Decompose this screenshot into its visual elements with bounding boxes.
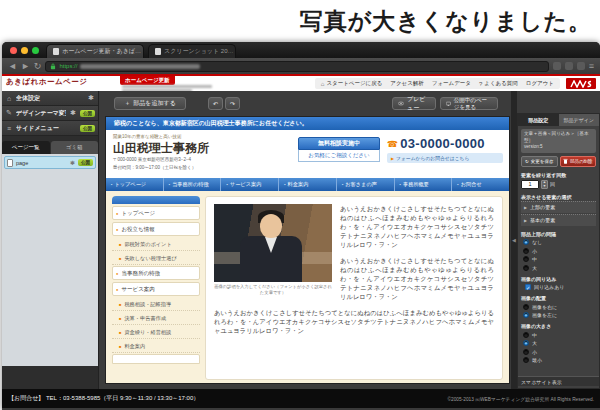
contact-form-link[interactable]: ▶ フォームからのお問合せはこちら [387,153,503,163]
radio-size-small[interactable]: 小 [521,349,596,355]
menu-item-logout[interactable]: ログアウト [526,80,554,87]
nav-item[interactable]: ▪お客さまの声 [336,178,394,191]
published-badge: 公開 [80,125,95,132]
cms-header: あきばれホームページ Akibare Homepageサンプル・動作確認用 ホー… [2,74,600,91]
radio-image-left[interactable]: 画像を左に [521,312,596,318]
close-window-button[interactable] [10,47,17,54]
menu-subitem[interactable]: ■税務相談・記帳指導 [112,298,200,311]
trash-icon [563,158,568,164]
cms-mode-tab[interactable]: ホームページ更新 [120,76,175,85]
browser-tab-inactive[interactable]: スクリーンショット 20… [148,44,236,58]
browser-tab-active[interactable]: ホームページ更新・あきば… [46,44,144,58]
gear-icon[interactable]: ✱ [87,94,95,102]
url-field[interactable]: https:// [45,61,548,72]
size-label: 画像の大きさ [521,323,596,329]
menu-item[interactable]: ●当事務所の特徴 [112,266,200,280]
stepper-arrows[interactable]: ▲▼ [541,180,548,189]
radio-spacing-medium[interactable]: 中 [521,256,596,262]
gear-icon[interactable]: ✱ [70,159,75,166]
wrap-label: 画像の回り込み [521,276,596,282]
forward-button[interactable]: ► [21,62,30,71]
element-row-top[interactable]: ▶ 上部の要素 [521,201,596,213]
reload-button[interactable]: ↻ [34,62,42,71]
site-hours: 受付時間：9:00〜17:00（土日祝を除く） [113,165,196,170]
menu-item-start[interactable]: ⌂スタートページに戻る [321,80,383,87]
eye-icon [398,101,404,106]
radio-size-medium[interactable]: 中 [521,332,596,338]
undo-icon: ↶ [213,100,218,107]
site-address: 〒000-0000 東京都新宿区西新宿3−2−4 [113,157,191,162]
gear-icon[interactable]: ✱ [69,109,77,117]
browser-extension-icon[interactable] [565,62,573,70]
monitor-icon [446,101,451,107]
minimize-window-button[interactable] [21,47,28,54]
company-logo [566,78,596,89]
menu-subitem[interactable]: ■資金繰り・経営相談 [112,326,200,339]
site-main-article[interactable]: 画像の説明を入力してください（フォントが小さく設定された文章です） あいうえおか… [205,196,503,380]
tab-part-settings[interactable]: 部品設定 [518,114,559,126]
pencil-icon: ✎ [5,109,13,117]
preview-button[interactable]: プレビュー [392,97,436,110]
browser-extension-icon[interactable] [577,62,585,70]
page-list-item-selected[interactable]: page ✱ 公開 [4,156,96,169]
menu-item-faq[interactable]: ?よくある質問 [479,80,518,87]
browser-addressbar: ◄ ► ↻ https:// ≡ [2,58,600,74]
menu-item-partial [112,354,200,364]
published-badge: 公開 [80,110,95,117]
tab-trash[interactable]: ゴミ箱 [51,141,99,154]
tab-part-design[interactable]: 部品デザイン [559,114,600,126]
menu-item[interactable]: ●お役立ち情報 [112,222,200,236]
menu-subitem[interactable]: ■節税対策のポイント [112,238,200,251]
radio-spacing-large[interactable]: 大 [521,265,596,271]
undo-button[interactable]: ↶ [208,97,223,110]
nav-item[interactable]: ▪料金案内 [278,178,336,191]
delete-part-button[interactable]: 部品の削除 [560,156,597,167]
add-part-button[interactable]: ＋ 部品を追加する [114,97,186,110]
menu-item[interactable]: ●サービス案内 [112,282,200,296]
radio-spacing-none[interactable]: なし [521,239,596,245]
menu-item-formdata[interactable]: フォームデータ [432,80,471,87]
element-row-base[interactable]: ▶ 基本の要素 [521,214,596,226]
radio-dot [523,340,529,346]
browser-menu-icon[interactable]: ≡ [589,62,594,71]
page-icon [7,159,13,167]
spacing-label: 部品上部の間隔 [521,231,596,237]
nav-item[interactable]: ▪お問合せ [451,178,509,191]
menu-subitem[interactable]: ■決算・申告書作成 [112,312,200,325]
question-icon: ? [479,81,482,87]
radio-size-smallest[interactable]: 最小 [521,357,596,363]
tab-title: ホームページ更新・あきば… [62,47,141,56]
save-part-button[interactable]: ↻ 変更を保存 [521,156,558,167]
nav-item[interactable]: ▪トップページ [106,178,163,191]
back-button[interactable]: ◄ [8,62,17,71]
repeat-count-input[interactable]: 1 [521,180,539,189]
radio-size-large[interactable]: 大 [521,340,596,346]
arrow-right-icon: ▶ [524,218,527,223]
left-sidebar: ⌂ 全体設定 ✱ ✎ デザインテーマ変更 ✱ 公開 ≡ サイドメニュー 公開 ペ… [2,91,99,389]
tab-favicon [155,48,161,55]
menu-subitem[interactable]: ■料金案内 [112,340,200,353]
home-icon: ⌂ [321,81,325,87]
repeat-count-stepper: 1 ▲▼ 回 [521,180,596,189]
sidebar-item-design-theme[interactable]: ✎ デザインテーマ変更 ✱ 公開 [2,106,98,121]
maximize-window-button[interactable] [32,47,39,54]
radio-image-right[interactable]: 画像を右に [521,304,596,310]
sidebar-item-global-settings[interactable]: ⌂ 全体設定 ✱ [2,91,98,106]
checkbox-wrap[interactable]: ✓ 回り込みあり [521,284,596,290]
view-published-button[interactable]: 公開中のページを見る [440,97,498,110]
nav-item[interactable]: ▪事務所概要 [394,178,452,191]
page-canvas[interactable]: 節税のことなら、東京都新宿区の山田税理士事務所にお任せください。 開業10年の豊… [105,116,510,384]
redo-button[interactable]: ↷ [225,97,240,110]
part-version: version:5 [524,144,593,151]
menu-subitem[interactable]: ■失敗しない税理士選び [112,252,200,265]
nav-item[interactable]: ▪サービス案内 [220,178,278,191]
menu-item-analytics[interactable]: アクセス解析 [390,80,424,87]
radio-spacing-small[interactable]: 小 [521,248,596,254]
tab-page-list[interactable]: ページ一覧 [2,141,50,154]
sidebar-item-side-menu[interactable]: ≡ サイドメニュー 公開 [2,121,98,136]
nav-item[interactable]: ▪当事務所の特徴 [163,178,221,191]
menu-item[interactable]: ●トップページ [112,206,200,220]
browser-extension-icon[interactable] [553,62,561,70]
redacted-url [80,64,200,69]
smartphone-display-header[interactable]: スマホサイト表示 [518,376,599,386]
